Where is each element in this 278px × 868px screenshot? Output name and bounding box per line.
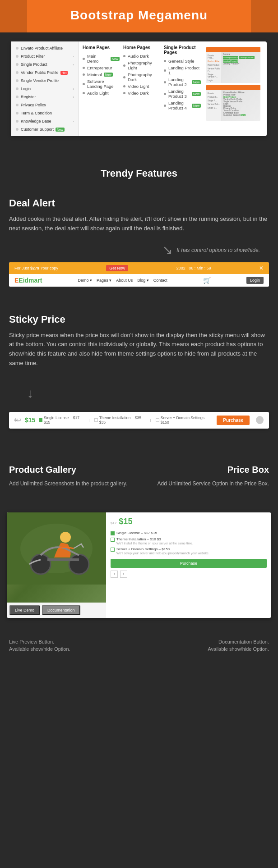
sticky-option-2: Theme Installation – $35 $35 — [94, 416, 145, 425]
sticky-price-section: Sticky Price Sticky price means when the… — [0, 300, 278, 368]
megamenu-demo: Envato Product Affiliate Product Filter … — [11, 41, 267, 136]
nav-contact[interactable]: Contact — [153, 278, 167, 283]
menu-item-software[interactable]: Software Landing Page — [83, 78, 120, 90]
menu-item-main-demo[interactable]: Main DemoNew — [83, 53, 120, 64]
menu-item-minimal[interactable]: MinimalNew — [83, 71, 120, 78]
trendy-features-title: Trendy Features — [7, 168, 271, 179]
live-demo-button[interactable]: Live Demo — [9, 605, 40, 615]
sidebar-item-single-product[interactable]: Single Product › — [11, 60, 79, 69]
menu-content: Home Pages Main DemoNew Entrepreneur Min… — [79, 41, 267, 136]
nav-items: Demo ▾ Pages ▾ About Us Blog ▾ Contact — [78, 278, 167, 283]
deal-alert-title: Deal Alert — [9, 197, 269, 209]
deal-alert-description: Added cookie in the deal alert. After hi… — [9, 215, 269, 233]
sidebar-item-register[interactable]: Register › — [11, 93, 79, 101]
option-2-checkbox[interactable] — [111, 538, 115, 542]
option-3-checkbox[interactable] — [111, 548, 115, 552]
menu-item-audio-dark[interactable]: Audio Dark — [123, 53, 160, 59]
option-1-checkbox[interactable] — [111, 531, 115, 535]
prev-arrow[interactable]: ‹ — [111, 571, 118, 578]
menu-column-2: Home Pages Audio Dark Photography Light … — [123, 45, 160, 132]
nav-pages[interactable]: Pages ▾ — [97, 278, 111, 283]
sidebar-item-envato[interactable]: Envato Product Affiliate — [11, 44, 79, 52]
screenshot-2: Envato Product Affiliate Product Filter … — [206, 85, 260, 121]
svg-point-4 — [69, 554, 89, 574]
product-main-price: $15 — [119, 517, 132, 526]
control-hint: It has control options to show/hide. — [176, 242, 269, 258]
sticky-main-price: $15 — [25, 416, 35, 424]
menu-sidebar: Envato Product Affiliate Product Filter … — [11, 41, 79, 136]
cart-icon[interactable]: 🛒 — [203, 277, 211, 284]
sidebar-item-single-vendor[interactable]: Single Vendor Profile — [11, 77, 79, 85]
sidebar-item-terms[interactable]: Term & Condition — [11, 109, 79, 117]
sticky-bar-mockup: $17 $15 Single License – $17 $15 | Theme… — [9, 412, 269, 429]
trendy-features-section: Trendy Features — [0, 154, 278, 188]
product-purchase-button[interactable]: Purchase — [111, 559, 267, 568]
product-option-1: Single License – $17 $15 — [111, 531, 267, 535]
get-now-button[interactable]: Get Now — [106, 265, 128, 271]
menu-item-video-dark[interactable]: Video Dark — [123, 90, 160, 96]
header-section: Bootstrap Megamenu — [0, 0, 278, 32]
sidebar-item-privacy[interactable]: Privacy Policy — [11, 101, 79, 109]
product-card-buttons: Live Demo Documentation — [7, 603, 106, 618]
deal-timer: 2082 : 06 : Min : 59 — [176, 266, 211, 270]
deal-bar-mockup: For Just $279 Your copy Get Now 2082 : 0… — [9, 262, 269, 287]
captions-row: Live Preview Button. Available show/hide… — [0, 631, 278, 658]
login-button[interactable]: Login — [246, 277, 264, 284]
caption-right: Documentation Button. Available show/hid… — [139, 638, 269, 653]
product-option-2: Theme Installation – $10 $3We'll install… — [111, 537, 267, 545]
menu-item-audio-light[interactable]: Audio Light — [83, 90, 120, 96]
nav-demo[interactable]: Demo ▾ — [78, 278, 93, 283]
sidebar-item-support[interactable]: Customer SupportNew — [11, 125, 79, 133]
menu-item-photo-light[interactable]: Photography Light — [123, 59, 160, 71]
sticky-price-title: Sticky Price — [9, 314, 269, 325]
screenshot-1: Envato Prod... Product Filter High Produ… — [206, 47, 260, 83]
nav-arrows: ‹ › — [111, 571, 267, 578]
toggle-switch[interactable] — [256, 416, 264, 424]
menu-item-video-light[interactable]: Video Light — [123, 83, 160, 90]
documentation-button[interactable]: Documentation — [42, 605, 80, 615]
menu-item-landing-1[interactable]: Landing Product 1 — [164, 64, 201, 76]
next-arrow[interactable]: › — [120, 571, 127, 578]
sidebar-item-knowledge[interactable]: Knowledge Base › — [11, 117, 79, 125]
menu-item-landing-3[interactable]: Landing Product 3New — [164, 88, 201, 100]
page-title: Bootstrap Megamenu — [5, 8, 273, 23]
menu-item-landing-4[interactable]: Landing Product 4New — [164, 100, 201, 111]
product-gallery-title: Product Gallery — [9, 465, 134, 475]
sidebar-item-product-filter[interactable]: Product Filter › — [11, 52, 79, 60]
price-box-description: Add Unlimited Service Option in the Pric… — [144, 480, 269, 488]
close-icon[interactable]: ✕ — [259, 265, 264, 271]
menu-item-photo-dark[interactable]: Photography Dark — [123, 71, 160, 83]
svg-point-2 — [60, 532, 71, 543]
deal-bar-text: For Just $279 Your copy — [14, 266, 58, 270]
sticky-orig-price: $17 — [14, 418, 21, 422]
product-orig-price: $17 — [111, 521, 116, 525]
two-col-features: Product Gallery Add Unlimited Screenshot… — [9, 465, 269, 488]
sidebar-item-login[interactable]: Login › — [11, 85, 79, 93]
nav-blog[interactable]: Blog ▾ — [137, 278, 149, 283]
product-info-area: $17 $15 Single License – $17 $15 Theme I… — [106, 512, 271, 618]
menu-column-1: Home Pages Main DemoNew Entrepreneur Min… — [83, 45, 120, 132]
eidmart-logo: EEidmart — [14, 277, 42, 284]
deal-bar-bottom: EEidmart Demo ▾ Pages ▾ About Us Blog ▾ … — [9, 274, 269, 287]
caption-right-text: Documentation Button. Available show/hid… — [139, 638, 269, 653]
product-card-left: Live Demo Documentation — [7, 512, 106, 618]
sidebar-item-vendor-profile[interactable]: Vendor Public ProfileHot — [11, 69, 79, 77]
product-gallery-col: Product Gallery Add Unlimited Screenshot… — [9, 465, 134, 488]
menu-item-landing-2[interactable]: Landing Product 2New — [164, 76, 201, 88]
header-bg-left — [0, 0, 27, 32]
sticky-option-1: Single License – $17 $15 — [39, 416, 83, 425]
sticky-price-description: Sticky price means when the price box wi… — [9, 331, 269, 368]
product-card-mockup: Live Demo Documentation $17 $15 Single L… — [7, 512, 271, 618]
price-box-col: Price Box Add Unlimited Service Option i… — [144, 465, 269, 488]
caption-left-text: Live Preview Button. Available show/hide… — [9, 638, 139, 653]
deal-alert-section: Deal Alert Added cookie in the deal aler… — [0, 188, 278, 233]
menu-item-entrepreneur[interactable]: Entrepreneur — [83, 64, 120, 71]
product-image — [7, 512, 106, 603]
menu-column-3: Single Product Pages General Style Landi… — [164, 45, 201, 132]
svg-point-3 — [31, 554, 51, 574]
caption-left: Live Preview Button. Available show/hide… — [9, 638, 139, 653]
menu-item-general-style[interactable]: General Style — [164, 58, 201, 64]
deal-bar-top: For Just $279 Your copy Get Now 2082 : 0… — [9, 262, 269, 274]
purchase-button[interactable]: Purchase — [217, 416, 250, 425]
nav-about[interactable]: About Us — [116, 278, 133, 283]
